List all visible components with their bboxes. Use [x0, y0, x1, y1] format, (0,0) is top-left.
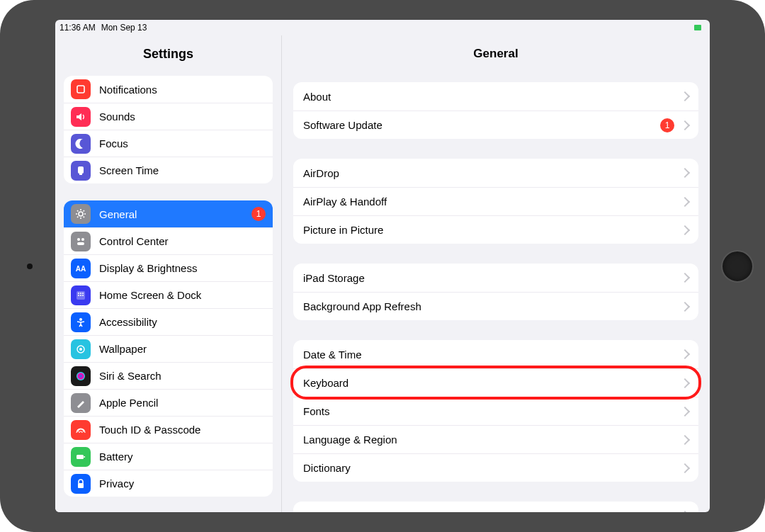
sounds-icon: [71, 107, 91, 127]
notification-badge: 1: [251, 207, 266, 221]
chevron-right-icon: [680, 406, 690, 416]
svg-point-11: [82, 293, 84, 294]
chevron-right-icon: [680, 273, 690, 283]
sidebar-item-touchid[interactable]: Touch ID & Passcode: [64, 416, 273, 443]
sidebar-item-siri[interactable]: Siri & Search: [64, 362, 273, 389]
sidebar-item-label: Focus: [99, 137, 128, 149]
sidebar-item-label: Wallpaper: [99, 343, 147, 355]
chevron-right-icon: [680, 168, 690, 178]
detail-row-label: AirDrop: [303, 167, 339, 179]
svg-point-3: [79, 212, 83, 216]
chevron-right-icon: [680, 434, 690, 444]
notifications-icon: [71, 79, 91, 99]
detail-row-label: Background App Refresh: [303, 300, 421, 312]
detail-group: AboutSoftware Update1: [293, 82, 698, 139]
sidebar-item-label: Notifications: [99, 84, 157, 96]
sidebar-item-label: Screen Time: [99, 164, 159, 176]
focus-icon: [71, 134, 91, 154]
status-bar: 11:36 AM Mon Sep 13: [55, 20, 710, 35]
general-icon: [71, 204, 91, 224]
screen: 11:36 AM Mon Sep 13 Settings Notificatio…: [55, 20, 710, 512]
detail-group: Date & TimeKeyboardFontsLanguage & Regio…: [293, 340, 698, 482]
detail-row-label: Dictionary: [303, 462, 351, 474]
sidebar-item-wallpaper[interactable]: Wallpaper: [64, 335, 273, 362]
detail-row-label: Software Update: [303, 119, 382, 131]
sidebar-item-homescreen[interactable]: Home Screen & Dock: [64, 281, 273, 308]
chevron-right-icon: [680, 349, 690, 359]
svg-point-17: [79, 348, 82, 351]
detail-row-label: VPN & Device Management: [303, 510, 436, 513]
display-icon: AA: [71, 259, 91, 278]
sidebar-title: Settings: [55, 35, 281, 70]
sidebar-item-general[interactable]: General1: [64, 200, 273, 227]
detail-group: AirDropAirPlay & HandoffPicture in Pictu…: [293, 159, 698, 244]
sidebar-item-focus[interactable]: Focus: [64, 130, 273, 157]
detail-row-softwareupdate[interactable]: Software Update1: [293, 111, 698, 139]
homescreen-icon: [71, 285, 91, 305]
sidebar-item-label: Battery: [99, 451, 133, 463]
detail-row-airplay[interactable]: AirPlay & Handoff: [293, 187, 698, 215]
detail-row-label: Fonts: [303, 405, 330, 417]
sidebar-group: General1Control CenterAADisplay & Bright…: [64, 200, 273, 497]
detail-row-storage[interactable]: iPad Storage: [293, 264, 698, 292]
detail-row-label: Picture in Picture: [303, 224, 383, 236]
svg-point-15: [79, 318, 82, 321]
detail-row-vpn[interactable]: VPN & Device Management: [293, 502, 698, 512]
home-button[interactable]: [721, 250, 754, 283]
sidebar-item-battery[interactable]: Battery: [64, 443, 273, 470]
svg-point-5: [81, 238, 84, 241]
detail-row-pip[interactable]: Picture in Picture: [293, 215, 698, 244]
svg-point-9: [78, 293, 79, 294]
siri-icon: [71, 366, 91, 386]
detail-row-keyboard[interactable]: Keyboard: [293, 368, 698, 397]
sidebar-item-label: General: [99, 208, 137, 220]
sidebar-item-privacy[interactable]: Privacy: [64, 470, 273, 497]
svg-point-13: [80, 295, 81, 296]
status-date: Mon Sep 13: [101, 23, 147, 33]
chevron-right-icon: [680, 225, 690, 234]
notification-badge: 1: [660, 118, 674, 132]
sidebar-item-applepencil[interactable]: Apple Pencil: [64, 389, 273, 416]
chevron-right-icon: [680, 463, 690, 472]
svg-point-4: [77, 238, 80, 241]
sidebar-item-label: Home Screen & Dock: [99, 289, 201, 301]
battery-icon: [71, 447, 91, 467]
chevron-right-icon: [680, 120, 690, 130]
detail-row-label: Date & Time: [303, 349, 362, 361]
detail-title: General: [282, 35, 710, 82]
sidebar-item-label: Siri & Search: [99, 370, 162, 382]
detail-row-about[interactable]: About: [293, 82, 698, 111]
front-camera: [27, 264, 33, 269]
detail-row-langregion[interactable]: Language & Region: [293, 425, 698, 453]
accessibility-icon: [71, 312, 91, 332]
detail-row-datetime[interactable]: Date & Time: [293, 340, 698, 368]
sidebar-item-label: Touch ID & Passcode: [99, 424, 200, 436]
chevron-right-icon: [680, 301, 690, 311]
svg-rect-20: [84, 456, 86, 458]
sidebar-item-label: Apple Pencil: [99, 397, 158, 409]
sidebar-item-label: Accessibility: [99, 316, 157, 328]
svg-point-14: [82, 295, 84, 296]
detail-row-fonts[interactable]: Fonts: [293, 397, 698, 425]
svg-rect-21: [78, 483, 84, 488]
detail-row-label: AirPlay & Handoff: [303, 196, 387, 208]
privacy-icon: [71, 474, 91, 494]
sidebar-item-notifications[interactable]: Notifications: [64, 76, 273, 103]
sidebar-item-label: Control Center: [99, 235, 169, 247]
detail-row-airdrop[interactable]: AirDrop: [293, 159, 698, 187]
svg-rect-0: [77, 86, 84, 93]
sidebar-item-screentime[interactable]: Screen Time: [64, 157, 273, 183]
sidebar-group: NotificationsSoundsFocusScreen Time: [64, 76, 273, 183]
sidebar-item-accessibility[interactable]: Accessibility: [64, 308, 273, 335]
sidebar-item-display[interactable]: AADisplay & Brightness: [64, 254, 273, 281]
wallpaper-icon: [71, 339, 91, 359]
ipad-frame: 11:36 AM Mon Sep 13 Settings Notificatio…: [0, 0, 765, 532]
sidebar-item-controlcenter[interactable]: Control Center: [64, 227, 273, 254]
detail-row-dictionary[interactable]: Dictionary: [293, 453, 698, 482]
detail-row-label: iPad Storage: [303, 272, 365, 284]
sidebar-item-label: Sounds: [99, 111, 135, 123]
touchid-icon: [71, 420, 91, 440]
sidebar-item-sounds[interactable]: Sounds: [64, 103, 273, 130]
detail-row-bgappr[interactable]: Background App Refresh: [293, 292, 698, 320]
battery-icon: [694, 25, 701, 30]
